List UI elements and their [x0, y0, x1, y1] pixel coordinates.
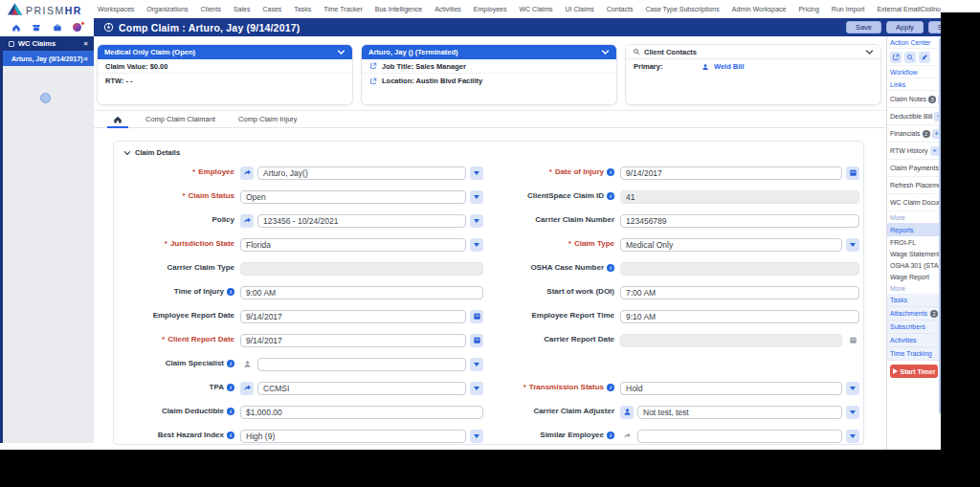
apps-notification-icon[interactable] — [73, 23, 82, 33]
sidebar-item-claim[interactable]: Arturo, Jay (9/14/2017) × — [0, 51, 94, 66]
sidebar-item-more[interactable]: More — [887, 282, 941, 294]
close-icon[interactable]: × — [83, 39, 88, 48]
claim-summary-header[interactable]: Medical Only Claim (Open) — [98, 45, 352, 59]
nav-item-employees[interactable]: Employees — [474, 6, 507, 12]
best-hazard-index-dropdown-button[interactable] — [470, 430, 483, 443]
close-icon[interactable]: × — [83, 55, 88, 63]
collapse-toggle[interactable] — [40, 93, 51, 103]
briefcase-icon[interactable] — [53, 23, 62, 33]
sidebar-item-workflow[interactable]: Workflow — [887, 66, 941, 78]
nav-item-run-import[interactable]: Run Import — [832, 6, 865, 12]
prismhr-logo[interactable]: PRISMHR — [8, 1, 82, 18]
tab-comp-claim-injury[interactable]: Comp Claim Injury — [227, 111, 309, 127]
sidebar-item-claim-payments[interactable]: Claim Payments+ — [887, 160, 941, 177]
nav-item-external-email[interactable]: External Email — [877, 6, 920, 12]
similar-employee-input[interactable] — [637, 430, 842, 443]
tpa-input[interactable] — [257, 382, 466, 395]
claim-type-input[interactable] — [620, 238, 842, 252]
sidebar-item-more[interactable]: More — [887, 211, 941, 223]
save-button[interactable]: Save — [846, 21, 881, 33]
tpa-share-button[interactable] — [240, 382, 254, 395]
carrier-claim-adjuster-input[interactable] — [637, 406, 842, 419]
date-of-injury-input[interactable] — [620, 166, 842, 180]
nav-item-activities[interactable]: Activities — [434, 6, 461, 12]
time-of-injury-input[interactable] — [240, 286, 483, 299]
sidebar-item-links[interactable]: Links — [887, 78, 941, 91]
tab-comp-claim-claimant[interactable]: Comp Claim Claimant — [134, 111, 227, 127]
employee-report-date-input[interactable] — [240, 310, 466, 323]
similar-employee-dropdown-button[interactable] — [846, 430, 859, 443]
employee-share-button[interactable] — [240, 166, 254, 180]
jurisdiction-state-input[interactable] — [240, 238, 466, 252]
employee-report-time-input[interactable] — [620, 310, 859, 323]
pin-button[interactable] — [919, 52, 930, 63]
sidebar-item-froi-fl[interactable]: FROI-FL — [887, 236, 941, 248]
nav-item-cases[interactable]: Cases — [262, 6, 281, 12]
sidebar-group-wc-claims[interactable]: WC Claims × — [0, 36, 94, 51]
sidebar-item-tasks[interactable]: Tasks — [887, 294, 941, 307]
sidebar-item-refresh-placement[interactable]: Refresh Placement+ — [887, 177, 941, 194]
sidebar-item-wage-report[interactable]: Wage Report — [887, 271, 941, 282]
employee-dropdown-button[interactable] — [470, 166, 483, 180]
open-in-new-icon[interactable] — [369, 77, 377, 85]
carrier-claim-adjuster-dropdown-button[interactable] — [846, 406, 859, 419]
nav-item-clients[interactable]: Clients — [201, 6, 221, 12]
claim-status-input[interactable] — [240, 190, 466, 204]
sidebar-item-wc-claim-documen[interactable]: WC Claim Documen — [887, 194, 941, 211]
sidebar-item-time-tracking[interactable]: Time Tracking — [887, 347, 941, 361]
best-hazard-index-input[interactable] — [240, 430, 466, 443]
search-button[interactable] — [904, 52, 916, 63]
home-icon[interactable] — [11, 23, 21, 33]
nav-item-time-tracker[interactable]: Time Tracker — [323, 6, 363, 12]
employee-input[interactable] — [257, 166, 466, 180]
client-contacts-header[interactable]: Client Contacts — [626, 45, 880, 59]
sidebar-item-action-center[interactable]: Action Center — [887, 36, 941, 49]
sidebar-item-financials[interactable]: Financials2+ — [887, 125, 941, 143]
claim-details-toggle[interactable]: Claim Details — [114, 142, 863, 159]
transmission-status-dropdown-button[interactable] — [846, 382, 859, 395]
sidebar-item-claim-notes[interactable]: Claim Notes3+ — [887, 91, 941, 108]
transmission-status-input[interactable] — [620, 382, 842, 395]
claim-status-dropdown-button[interactable] — [470, 190, 483, 204]
sidebar-item-osha-301-staffing[interactable]: OSHA 301 (STAFFING — [887, 259, 941, 271]
date-of-injury-calendar-button[interactable] — [846, 166, 859, 180]
nav-item-sales[interactable]: Sales — [234, 6, 251, 12]
apply-button[interactable]: Apply — [886, 21, 924, 33]
claim-type-dropdown-button[interactable] — [846, 238, 859, 252]
open-in-new-button[interactable] — [890, 52, 902, 63]
nav-item-tasks[interactable]: Tasks — [294, 6, 311, 12]
nav-item-organizations[interactable]: Organizations — [146, 6, 188, 12]
claim-specialist-input[interactable] — [257, 358, 466, 371]
sidebar-item-wage-statement-f[interactable]: Wage Statement-F... — [887, 248, 941, 259]
nav-item-pricing[interactable]: Pricing — [798, 6, 818, 12]
start-timer-button[interactable]: Start Timer — [890, 365, 938, 378]
employee-report-date-calendar-button[interactable] — [470, 310, 483, 323]
carrier-claim-number-input[interactable] — [620, 214, 859, 228]
primary-contact-link[interactable]: Weld Bill — [714, 62, 745, 71]
open-in-new-icon[interactable] — [369, 62, 377, 70]
tpa-dropdown-button[interactable] — [470, 382, 483, 395]
nav-item-admin-workspace[interactable]: Admin Workspace — [732, 6, 787, 12]
user-menu[interactable]: Ciolino — [921, 6, 941, 12]
start-of-work-doi-input[interactable] — [620, 286, 859, 299]
sidebar-item-subscribers[interactable]: Subscribers — [887, 321, 941, 334]
carrier-claim-adjuster-person-button[interactable] — [620, 406, 634, 419]
sidebar-item-deductible-bill[interactable]: Deductible Bill+ — [887, 108, 941, 125]
sidebar-item-rtw-history[interactable]: RTW History+ — [887, 143, 941, 160]
nav-item-contacts[interactable]: Contacts — [607, 6, 634, 12]
policy-input[interactable] — [257, 214, 466, 228]
jurisdiction-state-dropdown-button[interactable] — [470, 238, 483, 252]
nav-item-wc-claims[interactable]: WC Claims — [519, 6, 552, 12]
sidebar-item-reports[interactable]: Reports — [887, 223, 941, 236]
nav-item-bus-intelligence[interactable]: Bus Intelligence — [375, 6, 422, 12]
sidebar-item-attachments[interactable]: Attachments2 — [887, 307, 941, 321]
policy-dropdown-button[interactable] — [470, 214, 483, 228]
claim-specialist-dropdown-button[interactable] — [470, 358, 483, 371]
tab-home[interactable] — [101, 111, 134, 127]
nav-item-case-type-subscriptions[interactable]: Case Type Subscriptions — [645, 6, 719, 12]
client-report-date-input[interactable] — [240, 334, 466, 347]
client-report-date-calendar-button[interactable] — [470, 334, 483, 347]
nav-item-ui-claims[interactable]: UI Claims — [565, 6, 593, 12]
sidebar-item-activities[interactable]: Activities — [887, 334, 941, 347]
claim-deductible-input[interactable] — [240, 406, 483, 419]
